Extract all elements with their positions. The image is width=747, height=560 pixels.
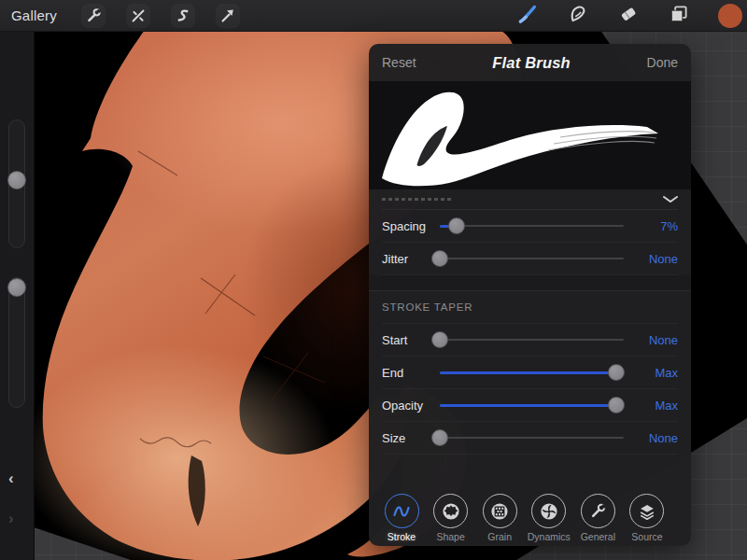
slider-value: None [635,252,678,266]
tab-label: Grain [487,531,512,542]
left-sidebar: ‹ › [0,31,35,560]
panel-header: Reset Flat Brush Done [369,44,691,81]
undo-button[interactable]: ‹ [8,469,14,488]
slider-knob[interactable] [431,331,448,348]
brush-stroke-preview[interactable] [369,81,691,189]
source-tab-circle [629,494,664,528]
stroke-preview-drawing [369,81,691,189]
grain-texture-icon [489,501,510,522]
tab-label: Shape [436,531,464,542]
end-slider-row: End Max [382,357,678,389]
slider-value: None [635,333,678,347]
tab-source[interactable]: Source [624,490,670,546]
opacity-slider[interactable] [440,396,624,414]
brush-settings-panel: Reset Flat Brush Done Spacing 7% [369,44,691,546]
scrolled-setting-row[interactable] [382,189,678,210]
smudge-finger-icon [567,3,589,25]
brush-tool-button[interactable] [516,3,539,29]
gallery-button[interactable]: Gallery [11,7,57,23]
layers-button[interactable] [668,3,690,29]
redo-button[interactable]: › [8,510,14,528]
eraser-icon [617,3,640,25]
panel-title: Flat Brush [492,54,571,72]
tab-grain[interactable]: Grain [476,490,523,546]
slider-knob[interactable] [448,217,465,234]
paintbrush-icon [516,3,539,25]
color-swatch[interactable] [718,4,742,28]
selection-s-icon [174,7,192,25]
slider-label: Jitter [382,252,436,266]
stroke-tab-circle [385,494,419,528]
done-button[interactable]: Done [647,55,678,70]
spacing-slider-row: Spacing 7% [382,210,678,243]
transform-button[interactable] [216,4,240,28]
source-layers-icon [637,501,657,522]
start-slider[interactable] [440,330,624,349]
end-slider[interactable] [440,363,624,382]
brush-size-knob[interactable] [7,171,26,189]
wrench-icon [84,7,103,25]
brush-opacity-knob[interactable] [7,278,26,297]
slider-knob[interactable] [431,250,448,267]
general-tab-circle [581,494,615,528]
slider-value: Max [635,399,678,413]
shape-tab-circle [433,494,468,528]
grain-tab-circle [483,494,517,528]
dynamics-tab-circle [531,494,566,528]
adjustments-button[interactable] [126,4,150,28]
tab-general[interactable]: General [574,490,621,546]
slider-knob[interactable] [608,364,625,381]
shape-blob-icon [441,501,461,522]
brush-settings-tabbar: Stroke Shape [369,490,691,546]
size-slider-row: Size None [382,422,678,455]
move-arrow-icon [218,7,237,25]
slider-knob[interactable] [431,429,448,446]
dynamics-pinwheel-icon [539,501,559,522]
stroke-taper-section-title: STROKE TAPER [382,291,678,324]
spacing-slider[interactable] [440,217,624,235]
tab-dynamics[interactable]: Dynamics [526,490,572,546]
slider-label: Size [382,431,436,445]
slider-label: End [382,366,436,380]
reset-button[interactable]: Reset [382,55,416,70]
layers-icon [668,3,690,25]
slider-value: None [635,431,678,445]
smudge-tool-button[interactable] [567,3,589,29]
size-slider[interactable] [440,428,624,447]
slider-label: Spacing [382,219,436,233]
selection-button[interactable] [171,4,195,28]
jitter-slider[interactable] [440,249,624,268]
actions-wrench-button[interactable] [81,4,106,28]
eraser-tool-button[interactable] [617,3,640,29]
top-toolbar: Gallery [0,0,747,32]
stroke-wave-icon [391,501,412,522]
tab-shape[interactable]: Shape [428,490,474,546]
start-slider-row: Start None [382,324,678,357]
slider-label: Start [382,333,436,347]
tiny-caption-text [382,198,451,201]
slider-value: Max [635,366,678,380]
slider-knob[interactable] [608,397,625,413]
tab-label: General [581,531,615,542]
general-wrench-icon [587,501,608,522]
slider-value: 7% [635,219,678,233]
tab-label: Stroke [388,531,416,542]
magic-wand-icon [129,7,148,25]
brush-opacity-slider[interactable] [8,277,25,408]
tab-stroke[interactable]: Stroke [378,490,425,546]
tab-label: Source [631,531,662,542]
jitter-slider-row: Jitter None [382,243,678,275]
tab-label: Dynamics [528,531,571,542]
chevron-down-icon[interactable] [663,196,678,203]
slider-label: Opacity [382,399,436,413]
opacity-slider-row: Opacity Max [382,389,678,422]
section-divider [369,275,691,291]
